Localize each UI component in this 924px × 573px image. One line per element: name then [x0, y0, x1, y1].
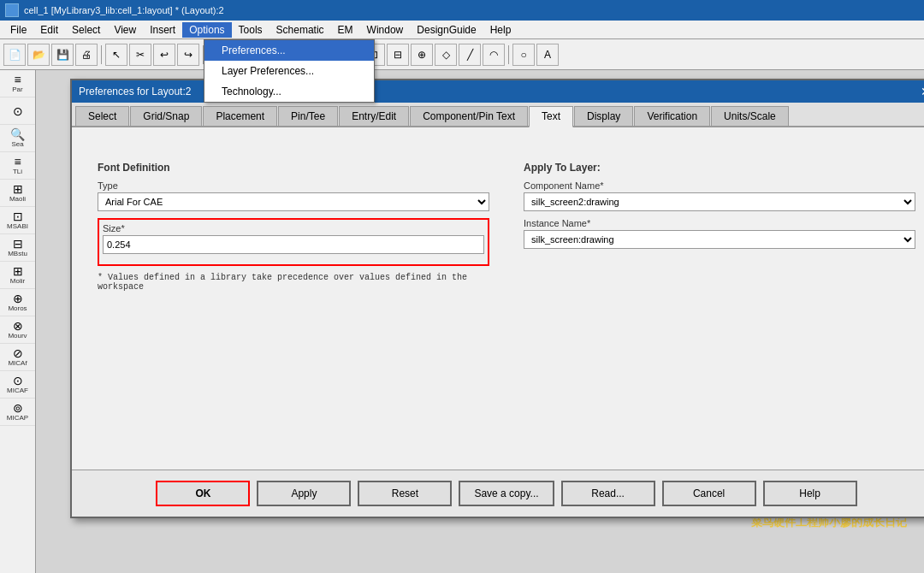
- toolbar-new[interactable]: 📄: [3, 44, 26, 66]
- menu-options[interactable]: Options: [182, 22, 231, 38]
- form-section: Font Definition Type Arial For CAE: [98, 162, 915, 292]
- toolbar: 📄 📂 💾 🖨 ↖ ✂ ↩ ↪ ⊕ ⊞ R=17 ⊙ ⊞ ↔ ⊡ ⊟ ⊕ ◇ ╱…: [0, 39, 924, 70]
- toolbar-cursor[interactable]: ↖: [105, 44, 127, 66]
- sidebar-mourv[interactable]: ⊗ Mourv: [0, 316, 35, 344]
- app-icon: [5, 3, 19, 17]
- circle-icon: ⊙: [13, 105, 23, 117]
- instance-name-row: Instance Name* silk_screen:drawing: [524, 218, 915, 249]
- sidebar-msabi[interactable]: ⊡ MSABI: [0, 207, 35, 234]
- toolbar-line[interactable]: ╱: [459, 44, 481, 66]
- tab-pin-tee[interactable]: Pin/Tee: [278, 106, 338, 126]
- menu-insert[interactable]: Insert: [143, 22, 182, 38]
- menu-designguide[interactable]: DesignGuide: [410, 22, 483, 38]
- sidebar-micap[interactable]: ⊚ MICAP: [0, 399, 35, 426]
- sidebar-maoli[interactable]: ⊞ Maoli: [0, 180, 35, 207]
- toolbar-circle[interactable]: ○: [512, 44, 535, 66]
- par-label: Par: [12, 86, 22, 93]
- tab-text[interactable]: Text: [529, 106, 573, 127]
- menu-view[interactable]: View: [107, 22, 143, 38]
- font-definition-title: Font Definition: [98, 162, 489, 174]
- left-sidebar: ≡ Par ⊙ 🔍 Sea ≡ TLi ⊞ Maoli ⊡ MSABI ⊟ MB…: [0, 70, 36, 573]
- tab-placement[interactable]: Placement: [203, 106, 277, 126]
- type-row: Type Arial For CAE: [98, 180, 489, 211]
- component-name-label: Component Name*: [524, 180, 915, 191]
- apply-to-layer-title: Apply To Layer:: [524, 162, 915, 174]
- toolbar-via[interactable]: ⊕: [411, 44, 433, 66]
- sidebar-micaf1[interactable]: ⊘ MICAf: [0, 344, 35, 371]
- menu-schematic[interactable]: Schematic: [270, 22, 331, 38]
- sidebar-mbstu[interactable]: ⊟ MBstu: [0, 234, 35, 262]
- dropdown-layer-preferences[interactable]: Layer Preferences...: [204, 61, 374, 81]
- help-button[interactable]: Help: [763, 481, 857, 506]
- sidebar-tli[interactable]: ≡ TLi: [0, 152, 35, 180]
- micaf1-label: MICAf: [8, 359, 27, 367]
- size-highlighted-box: Size*: [98, 218, 489, 266]
- dialog-title-bar: Preferences for Layout:2 ✕: [72, 80, 924, 103]
- reset-button[interactable]: Reset: [358, 481, 452, 506]
- menu-edit[interactable]: Edit: [33, 22, 65, 38]
- maoli-label: Maoli: [9, 195, 26, 203]
- dialog-close-button[interactable]: ✕: [917, 85, 924, 98]
- menu-tools[interactable]: Tools: [232, 22, 270, 38]
- par-icon: ≡: [14, 74, 21, 86]
- sidebar-molir[interactable]: ⊞ Molir: [0, 262, 35, 289]
- ok-button[interactable]: OK: [156, 481, 250, 506]
- toolbar-sep1: [101, 45, 102, 64]
- toolbar-undo[interactable]: ↩: [153, 44, 175, 66]
- toolbar-save[interactable]: 💾: [51, 44, 74, 66]
- toolbar-text[interactable]: A: [536, 44, 559, 66]
- type-select[interactable]: Arial For CAE: [98, 192, 489, 211]
- tab-display[interactable]: Display: [574, 106, 633, 126]
- toolbar-cut[interactable]: ✂: [129, 44, 151, 66]
- tab-select[interactable]: Select: [75, 106, 129, 126]
- molir-icon: ⊞: [13, 265, 23, 277]
- mbstu-label: MBstu: [8, 250, 27, 257]
- size-input[interactable]: [103, 235, 484, 254]
- tab-component-pin-text[interactable]: Component/Pin Text: [410, 106, 528, 126]
- cancel-button[interactable]: Cancel: [662, 481, 756, 506]
- micaf2-label: MICAF: [7, 387, 28, 394]
- mbstu-icon: ⊟: [13, 238, 23, 250]
- menu-window[interactable]: Window: [360, 22, 411, 38]
- main-layout: ≡ Par ⊙ 🔍 Sea ≡ TLi ⊞ Maoli ⊡ MSABI ⊟ MB…: [0, 70, 924, 573]
- content-area: Preferences for Layout:2 ✕ Select Grid/S…: [36, 70, 924, 573]
- instance-name-select[interactable]: silk_screen:drawing: [524, 230, 915, 249]
- save-copy-button[interactable]: Save a copy...: [459, 481, 554, 506]
- sidebar-micaf2[interactable]: ⊙ MICAF: [0, 371, 35, 399]
- sidebar-search[interactable]: 🔍 Sea: [0, 125, 35, 152]
- component-name-select[interactable]: silk_screen2:drawing: [524, 192, 915, 211]
- sidebar-moros[interactable]: ⊕ Moros: [0, 289, 35, 316]
- msabi-icon: ⊡: [13, 210, 23, 222]
- options-dropdown: Preferences... Layer Preferences... Tech…: [204, 39, 375, 103]
- menu-select[interactable]: Select: [65, 22, 107, 38]
- micap-label: MICAP: [7, 414, 28, 422]
- tab-verification[interactable]: Verification: [634, 106, 710, 126]
- toolbar-print[interactable]: 🖨: [75, 44, 98, 66]
- type-select-row: Arial For CAE: [98, 192, 489, 211]
- moros-icon: ⊕: [13, 292, 23, 304]
- sidebar-circle[interactable]: ⊙: [0, 97, 35, 125]
- dropdown-preferences[interactable]: Preferences...: [204, 40, 374, 61]
- toolbar-route[interactable]: ⊟: [387, 44, 409, 66]
- tli-icon: ≡: [14, 156, 21, 168]
- tab-entry-edit[interactable]: Entry/Edit: [339, 106, 409, 126]
- micaf2-icon: ⊙: [13, 375, 23, 387]
- dropdown-technology[interactable]: Technology...: [204, 81, 374, 102]
- mourv-icon: ⊗: [13, 320, 23, 332]
- maoli-icon: ⊞: [13, 183, 23, 195]
- menu-file[interactable]: File: [3, 22, 33, 38]
- tab-units-scale[interactable]: Units/Scale: [711, 106, 789, 126]
- toolbar-arc[interactable]: ◠: [483, 44, 505, 66]
- title-text: cell_1 [MyLibrary3_lib:cell_1:layout] * …: [24, 5, 224, 15]
- moros-label: Moros: [8, 304, 27, 312]
- toolbar-open[interactable]: 📂: [27, 44, 50, 66]
- menu-help[interactable]: Help: [483, 22, 518, 38]
- read-button[interactable]: Read...: [561, 481, 655, 506]
- tab-grid-snap[interactable]: Grid/Snap: [130, 106, 202, 126]
- sidebar-par[interactable]: ≡ Par: [0, 70, 35, 97]
- apply-button[interactable]: Apply: [257, 481, 351, 506]
- title-bar: cell_1 [MyLibrary3_lib:cell_1:layout] * …: [0, 0, 924, 21]
- toolbar-redo[interactable]: ↪: [177, 44, 199, 66]
- menu-em[interactable]: EM: [331, 22, 360, 38]
- toolbar-shape[interactable]: ◇: [435, 44, 457, 66]
